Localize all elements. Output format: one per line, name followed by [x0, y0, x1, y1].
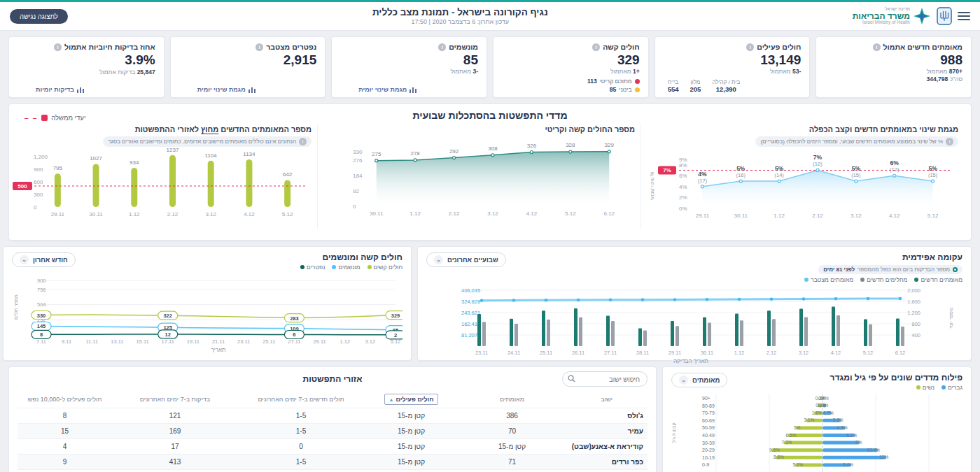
critical-dot-icon	[635, 79, 640, 84]
kpi-delta: -3 מאתמול	[340, 68, 478, 75]
pyramid-legend: גבריםנשים	[830, 384, 962, 391]
svg-text:9%: 9%	[679, 157, 687, 163]
daily-trend-link[interactable]: מגמת שינוי יומית	[340, 86, 416, 93]
svg-text:600: 600	[34, 179, 43, 185]
svg-text:24.11: 24.11	[507, 350, 520, 356]
epidemic-curve-svg[interactable]: 2,0001,6001,200800400406,035324,828243,6…	[426, 283, 962, 366]
moh-logo: מדינת ישראל משרד הבריאות Israel Ministry…	[853, 7, 931, 25]
svg-text:30.11: 30.11	[370, 210, 384, 217]
svg-text:(12): (12)	[890, 166, 899, 173]
info-icon[interactable]: i	[255, 43, 263, 51]
svg-text:5%: 5%	[775, 165, 784, 172]
col-confirmed[interactable]: מאומתים	[458, 391, 566, 408]
epidemic-range-dropdown[interactable]: שבועיים אחרונים⌄	[426, 252, 506, 267]
info-icon[interactable]: i	[873, 43, 881, 51]
bar-chart-icon	[77, 87, 84, 93]
svg-text:8.8%: 8.8%	[774, 455, 784, 459]
accessibility-button[interactable]: לתצוגה נגישה	[10, 9, 68, 24]
legend-item: מאומתים מצטבר	[804, 276, 853, 283]
info-icon[interactable]: i	[54, 43, 62, 51]
col-new-7days[interactable]: חולים חדשים ב-7 ימים האחרונים	[238, 391, 364, 408]
section-title: מדדי התפשטות בהסתכלות שבועית	[16, 110, 964, 121]
svg-text:15.11: 15.11	[136, 338, 148, 345]
col-active-sorted[interactable]: חולים פעילים▲	[364, 391, 458, 408]
month-range-dropdown[interactable]: חודש אחרון⌄	[12, 252, 76, 267]
serious-ventilated-svg[interactable]: 0252504756900מספר חולים33014583221251228…	[12, 271, 402, 356]
chart-note: i% של שינוי בממוצע מאומתים חדשים שבועי, …	[755, 136, 958, 147]
svg-text:756: 756	[37, 287, 46, 293]
svg-text:23.11: 23.11	[237, 338, 250, 345]
svg-text:12: 12	[165, 331, 171, 338]
spread-areas-table: ישוב מאומתים חולים פעילים▲ חולים חדשים ב…	[18, 391, 648, 472]
table-row[interactable]: עמיר70קטן מ-151-516915	[18, 424, 648, 439]
kpi-active-patients: חולים פעיליםi 13,149 -53 מאתמול בית / קה…	[654, 36, 811, 98]
svg-text:0.7%: 0.7%	[818, 403, 828, 408]
svg-text:8%: 8%	[679, 162, 687, 169]
spread-indices-section: מדדי התפשטות בהסתכלות שבועית יעדי ממשלה‒…	[8, 103, 972, 241]
svg-text:5.12: 5.12	[282, 211, 293, 217]
age-gender-pyramid-svg[interactable]: 201001020קבוצת גיל+900.4%0.2%80-890.9%0.…	[670, 391, 962, 472]
svg-text:% שינוי שבועי: % שינוי שבועי	[650, 172, 654, 200]
col-locality[interactable]: ישוב	[566, 391, 648, 408]
chevron-down-icon: ⌄	[679, 376, 688, 385]
info-icon[interactable]: i	[592, 43, 600, 51]
breakdown-label: בי"ח	[668, 79, 679, 85]
table-row[interactable]: כפר ורדים71קטן מ-151-54139	[18, 455, 648, 470]
svg-text:(15): (15)	[851, 172, 861, 178]
serious-critical-svg[interactable]: 09218427633027530.112781.122922.123083.1…	[323, 134, 635, 224]
svg-text:27.11: 27.11	[604, 350, 617, 356]
svg-text:7%: 7%	[813, 154, 822, 161]
last-update: עדכון אחרון: 6 בדצמבר 2020 | 17:50	[68, 18, 853, 25]
col-tests-7days[interactable]: בדיקות ב-7 ימים האחרונים	[112, 391, 238, 408]
svg-text:1.6%: 1.6%	[812, 410, 822, 415]
svg-text:4.12: 4.12	[244, 211, 255, 217]
breakdown-label: מלון	[690, 79, 701, 85]
svg-text:406,035: 406,035	[461, 287, 480, 294]
table-row[interactable]: קודיראת א-צאנע(שבט)קטן מ-15קטן מ-150174	[18, 439, 648, 455]
svg-text:330: 330	[353, 149, 363, 155]
svg-text:29.11: 29.11	[51, 211, 65, 217]
svg-text:(14): (14)	[774, 172, 784, 178]
svg-text:2%: 2%	[679, 194, 687, 201]
breakdown-label: בית / קהילה	[712, 79, 740, 85]
info-icon[interactable]: i	[946, 138, 953, 145]
svg-text:5%: 5%	[736, 165, 746, 172]
breakdown-value: 205	[690, 85, 701, 93]
svg-text:0.2%: 0.2%	[816, 396, 826, 401]
svg-text:6.1%: 6.1%	[847, 433, 858, 438]
table-row[interactable]: כוכב יאיר149קטן מ-151-53344	[18, 470, 648, 472]
svg-text:0: 0	[34, 204, 37, 210]
info-icon[interactable]: i	[438, 43, 446, 51]
pyramid-metric-dropdown[interactable]: מאומתים⌄	[671, 373, 727, 387]
svg-text:642: 642	[283, 171, 293, 178]
svg-text:17.11: 17.11	[162, 338, 174, 345]
bar-chart-icon	[410, 87, 416, 93]
search-box	[562, 371, 648, 387]
info-icon[interactable]: i	[299, 138, 307, 145]
svg-text:3.1%: 3.1%	[804, 417, 814, 422]
svg-text:0%: 0%	[679, 206, 687, 212]
weekly-change-svg[interactable]: 0%2%4%6%8%9%% שינוי שבועי7%4%(17)29.115%…	[647, 147, 958, 227]
menu-icon[interactable]	[958, 12, 970, 20]
svg-text:(10): (10)	[813, 161, 822, 167]
svg-text:9.11: 9.11	[62, 338, 71, 345]
svg-text:2,000: 2,000	[907, 287, 920, 294]
daily-tests-link[interactable]: בדיקות יומיות	[18, 86, 84, 93]
daily-trend-link[interactable]: מגמת שינוי יומית	[179, 86, 255, 93]
svg-text:900: 900	[37, 278, 46, 284]
kpi-delta: +1 מאתמול	[502, 68, 640, 75]
col-active-per-10k[interactable]: חולים פעילים ל-10,000 נפש	[18, 391, 112, 408]
info-icon[interactable]: i	[746, 43, 754, 51]
outside-spread-svg[interactable]: 03006009001,20079529.11102730.119341.121…	[0, 147, 312, 227]
svg-text:2.12: 2.12	[449, 210, 460, 217]
kpi-total: סה"כ 344,798	[825, 76, 962, 83]
table-row[interactable]: ג'ולס386קטן מ-151-51218	[18, 408, 648, 424]
svg-text:23.11: 23.11	[475, 350, 488, 356]
svg-text:3.12: 3.12	[850, 213, 862, 219]
svg-text:504: 504	[37, 301, 46, 308]
svg-text:1104: 1104	[205, 152, 218, 159]
svg-text:29.11: 29.11	[313, 338, 326, 345]
kpi-value: 3.9%	[18, 52, 155, 68]
svg-text:12%: 12%	[879, 455, 888, 459]
svg-text:קבוצת גיל: קבוצת גיל	[671, 422, 676, 443]
